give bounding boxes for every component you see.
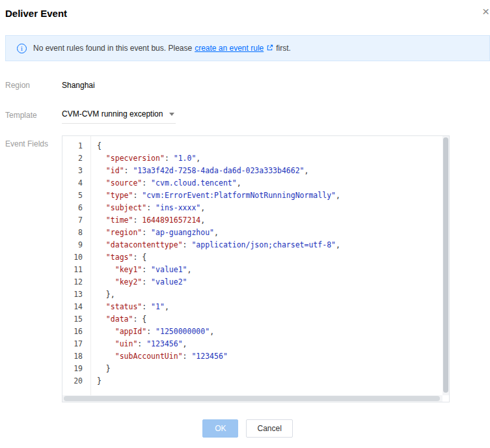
region-value: Shanghai: [62, 81, 95, 90]
line-number: 19: [62, 363, 83, 375]
horizontal-scrollbar[interactable]: [62, 395, 442, 402]
code-line: "tags": {: [97, 251, 449, 264]
line-number: 20: [62, 375, 83, 387]
code-line: "uin": "123456",: [97, 338, 449, 350]
region-row: Region Shanghai: [5, 81, 490, 90]
line-number: 8: [62, 227, 83, 239]
alert-text-after: first.: [276, 44, 291, 53]
code-line: "id": "13a3f42d-7258-4ada-da6d-023a333b4…: [97, 165, 449, 177]
deliver-event-panel: Deliver Event × i No event rules found i…: [0, 0, 490, 448]
line-number: 11: [62, 264, 83, 276]
vertical-scrollbar[interactable]: [442, 136, 449, 395]
code-content[interactable]: { "specversion": "1.0", "id": "13a3f42d-…: [91, 136, 449, 402]
line-number: 2: [62, 152, 83, 165]
dialog-footer: OK Cancel: [5, 419, 490, 438]
template-selected-value: CVM-CVM running exception: [62, 109, 163, 119]
code-line: "key1": "value1",: [97, 264, 449, 276]
code-line: }: [97, 363, 449, 375]
line-number: 5: [62, 189, 83, 202]
code-line: "status": "1",: [97, 301, 449, 313]
line-number: 7: [62, 214, 83, 227]
line-number: 12: [62, 276, 83, 288]
code-line: "datacontenttype": "application/json;cha…: [97, 239, 449, 251]
line-number: 14: [62, 301, 83, 313]
line-number: 10: [62, 251, 83, 264]
event-fields-row: Event Fields 123456789101112131415161718…: [5, 135, 490, 402]
alert-text: No event rules found in this event bus. …: [33, 44, 291, 53]
line-number: 6: [62, 202, 83, 214]
event-fields-label: Event Fields: [5, 135, 62, 148]
external-link-icon[interactable]: [266, 44, 273, 51]
line-number: 16: [62, 326, 83, 338]
close-icon[interactable]: ×: [482, 5, 490, 18]
code-line: "subject": "ins-xxxx",: [97, 202, 449, 214]
template-label: Template: [5, 111, 62, 120]
line-number: 15: [62, 313, 83, 326]
code-line: "data": {: [97, 313, 449, 326]
line-number: 4: [62, 177, 83, 189]
template-select[interactable]: CVM-CVM running exception: [62, 107, 176, 124]
alert-text-before: No event rules found in this event bus. …: [33, 44, 192, 53]
line-number: 1: [62, 140, 83, 152]
ok-button[interactable]: OK: [202, 419, 238, 438]
code-line: "key2": "value2": [97, 276, 449, 288]
page-title: Deliver Event: [5, 8, 490, 19]
line-number: 9: [62, 239, 83, 251]
create-event-rule-link[interactable]: create an event rule: [195, 44, 264, 53]
code-line: "type": "cvm:ErrorEvent:PlatformNotRunni…: [97, 189, 449, 202]
line-number: 3: [62, 165, 83, 177]
code-editor[interactable]: 1234567891011121314151617181920 { "specv…: [62, 135, 450, 402]
line-number: 18: [62, 350, 83, 363]
horizontal-scrollbar-thumb[interactable]: [64, 396, 440, 401]
vertical-scrollbar-thumb[interactable]: [443, 137, 448, 393]
cancel-button[interactable]: Cancel: [246, 419, 292, 438]
region-label: Region: [5, 81, 62, 90]
info-alert: i No event rules found in this event bus…: [5, 35, 490, 61]
line-number-gutter: 1234567891011121314151617181920: [62, 136, 91, 402]
code-line: },: [97, 288, 449, 301]
code-line: "region": "ap-guangzhou",: [97, 227, 449, 239]
chevron-down-icon: [169, 113, 174, 116]
code-line: "appId": "1250000000",: [97, 326, 449, 338]
code-line: }: [97, 375, 449, 387]
info-icon: i: [17, 44, 27, 53]
line-number: 17: [62, 338, 83, 350]
code-line: "subAccountUin": "123456": [97, 350, 449, 363]
code-line: "specversion": "1.0",: [97, 152, 449, 165]
code-line: {: [97, 140, 449, 152]
code-line: "source": "cvm.cloud.tencent",: [97, 177, 449, 189]
code-line: "time": 1644891657214,: [97, 214, 449, 227]
line-number: 13: [62, 288, 83, 301]
template-row: Template CVM-CVM running exception: [5, 107, 490, 124]
